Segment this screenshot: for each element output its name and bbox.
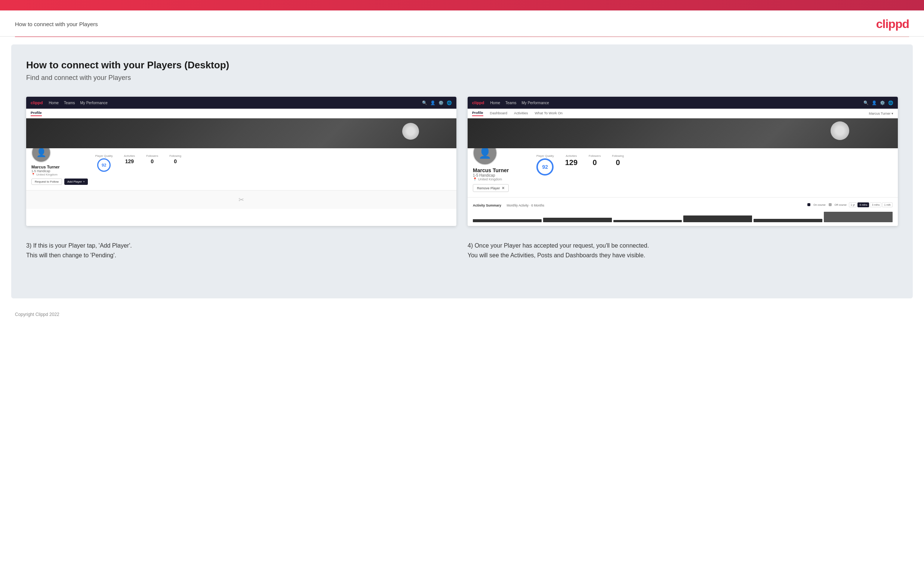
profile-section-1: 👤 Marcus Turner 1-5 Handicap 📍 United Ki… <box>26 148 456 190</box>
quality-circle-2: 92 <box>536 158 554 176</box>
request-follow-btn-1[interactable]: Request to Follow <box>31 179 62 185</box>
search-icon-1[interactable]: 🔍 <box>422 100 427 105</box>
golf-banner-1 <box>26 118 456 148</box>
subnav-username-2[interactable]: Marcus Turner ▾ <box>869 112 893 115</box>
description-right: 4) Once your Player has accepted your re… <box>468 241 898 260</box>
app-subnav-2: Profile Dashboard Activities What To Wor… <box>468 109 898 118</box>
activity-period: Monthly Activity · 6 Months <box>506 203 544 207</box>
stat-following-1: Following 0 <box>169 154 181 172</box>
period-3mths[interactable]: 3 mths <box>870 202 881 207</box>
user-icon-2[interactable]: 👤 <box>872 100 877 105</box>
quality-circle-1: 92 <box>97 158 111 172</box>
profile-left-1: 👤 Marcus Turner 1-5 Handicap 📍 United Ki… <box>31 152 88 185</box>
description-left: 3) If this is your Player tap, 'Add Play… <box>26 241 456 260</box>
description-text-right: 4) Once your Player has accepted your re… <box>468 241 898 260</box>
activity-header: Activity Summary Monthly Activity · 6 Mo… <box>473 201 893 208</box>
profile-section-2: 👤 Marcus Turner 1-5 Handicap 📍 United Ki… <box>468 148 898 197</box>
location-icon-1: 📍 <box>31 173 35 176</box>
activity-bars <box>473 211 893 222</box>
screenshot-2: clippd Home Teams My Performance 🔍 👤 ⚙️ … <box>468 97 898 226</box>
legend-offcourse <box>829 203 832 206</box>
main-content: How to connect with your Players (Deskto… <box>11 44 913 298</box>
avatar-icon-1: 👤 <box>36 148 46 158</box>
legend-oncourse <box>808 203 810 206</box>
subnav-profile-2[interactable]: Profile <box>472 111 483 116</box>
add-player-btn-1[interactable]: Add Player + <box>64 179 88 185</box>
clippd-logo: clippd <box>876 17 909 31</box>
activity-controls: On course Off course 1 yr 6 mths 3 mths … <box>808 202 893 207</box>
app-nav-logo-2: clippd <box>472 100 484 105</box>
profile-main-row-2: 👤 Marcus Turner 1-5 Handicap 📍 United Ki… <box>473 152 893 192</box>
golf-banner-2 <box>468 118 898 148</box>
subnav-profile-1[interactable]: Profile <box>31 111 42 116</box>
subnav-whattoon-2[interactable]: What To Work On <box>535 111 563 116</box>
nav-home-2[interactable]: Home <box>490 101 500 105</box>
player-name-2: Marcus Turner <box>473 167 529 173</box>
header-title: How to connect with your Players <box>15 21 98 27</box>
settings-icon-1[interactable]: ⚙️ <box>438 100 444 105</box>
activity-legend: On course Off course <box>808 203 846 206</box>
profile-main-row-1: 👤 Marcus Turner 1-5 Handicap 📍 United Ki… <box>31 152 451 185</box>
nav-icons-2: 🔍 👤 ⚙️ 🌐 <box>863 100 893 105</box>
globe-icon-2[interactable]: 🌐 <box>888 100 893 105</box>
player-location-1: 📍 United Kingdom <box>31 173 88 176</box>
subnav-activities-2[interactable]: Activities <box>514 111 528 116</box>
period-1yr[interactable]: 1 yr <box>849 202 857 207</box>
stat-activities-2: Activities 129 <box>565 154 577 176</box>
nav-teams-2[interactable]: Teams <box>506 101 516 105</box>
subnav-dashboard-2[interactable]: Dashboard <box>490 111 507 116</box>
footer: Copyright Clippd 2022 <box>0 306 924 323</box>
stat-quality-2: Player Quality 92 <box>536 154 554 176</box>
page-subheading: Find and connect with your Players <box>26 74 898 82</box>
player-handicap-1: 1-5 Handicap <box>31 169 88 173</box>
stat-followers-2: Followers 0 <box>589 154 601 176</box>
period-6mths[interactable]: 6 mths <box>858 202 869 207</box>
nav-myperformance-2[interactable]: My Performance <box>522 101 549 105</box>
bar-2 <box>543 218 612 222</box>
bar-4 <box>683 216 752 222</box>
x-icon: ✕ <box>502 186 505 190</box>
nav-teams-1[interactable]: Teams <box>64 101 75 105</box>
copyright-text: Copyright Clippd 2022 <box>15 312 60 317</box>
player-name-1: Marcus Turner <box>31 165 88 169</box>
bar-5 <box>754 219 822 222</box>
page-heading: How to connect with your Players (Deskto… <box>26 60 898 71</box>
stats-section-1: Player Quality 92 Activities 129 Followe… <box>95 152 181 172</box>
user-icon-1[interactable]: 👤 <box>430 100 435 105</box>
search-icon-2[interactable]: 🔍 <box>863 100 869 105</box>
avatar-icon-2: 👤 <box>478 147 491 159</box>
legend-offcourse-label: Off course <box>835 203 846 206</box>
activity-title: Activity Summary <box>473 203 501 207</box>
stats-section-2: Player Quality 92 Activities 129 Followe… <box>536 152 624 176</box>
player-location-2: 📍 United Kingdom <box>473 177 529 181</box>
stat-following-2: Following 0 <box>612 154 624 176</box>
bar-6 <box>824 212 893 222</box>
nav-home-1[interactable]: Home <box>48 101 59 105</box>
top-bar <box>0 0 924 10</box>
nav-myperformance-1[interactable]: My Performance <box>80 101 108 105</box>
description-section: 3) If this is your Player tap, 'Add Play… <box>26 237 898 260</box>
header: How to connect with your Players clippd <box>0 10 924 37</box>
bar-3 <box>613 220 682 222</box>
activity-summary: Activity Summary Monthly Activity · 6 Mo… <box>468 197 898 226</box>
screenshots-row: clippd Home Teams My Performance 🔍 👤 ⚙️ … <box>26 97 898 226</box>
app-nav-1: clippd Home Teams My Performance 🔍 👤 ⚙️ … <box>26 97 456 109</box>
legend-oncourse-label: On course <box>813 203 825 206</box>
stat-activities-1: Activities 129 <box>124 154 135 172</box>
player-handicap-2: 1-5 Handicap <box>473 173 529 177</box>
stat-quality-1: Player Quality 92 <box>95 154 113 172</box>
settings-icon-2[interactable]: ⚙️ <box>880 100 885 105</box>
app-nav-2: clippd Home Teams My Performance 🔍 👤 ⚙️ … <box>468 97 898 109</box>
plus-icon-1: + <box>83 180 85 184</box>
remove-player-btn[interactable]: Remove Player ✕ <box>473 184 509 192</box>
stat-followers-1: Followers 0 <box>146 154 158 172</box>
period-buttons: 1 yr 6 mths 3 mths 1 mth <box>849 202 893 207</box>
app-subnav-1: Profile <box>26 109 456 118</box>
app-nav-logo-1: clippd <box>31 100 43 105</box>
globe-icon-1[interactable]: 🌐 <box>447 100 452 105</box>
nav-icons-1: 🔍 👤 ⚙️ 🌐 <box>422 100 452 105</box>
scissors-icon: ✂ <box>239 196 244 204</box>
period-1mth[interactable]: 1 mth <box>882 202 893 207</box>
location-icon-2: 📍 <box>473 177 477 181</box>
screenshot-1: clippd Home Teams My Performance 🔍 👤 ⚙️ … <box>26 97 456 226</box>
